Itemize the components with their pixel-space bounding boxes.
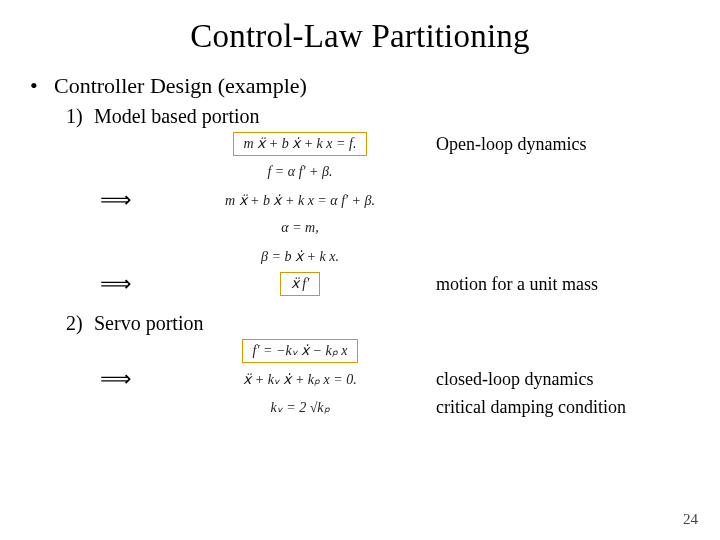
equation-alpha: α = m, bbox=[281, 220, 318, 236]
label-critical-damping: critical damping condition bbox=[430, 397, 690, 418]
equation-substituted: m ẍ + b ẋ + k x = α f′ + β. bbox=[225, 192, 375, 209]
section-model-based: 1) Model based portion bbox=[66, 105, 690, 128]
equation-beta: β = b ẋ + k x. bbox=[261, 248, 339, 265]
label-unit-mass: motion for a unit mass bbox=[430, 274, 690, 295]
section-number: 2) bbox=[66, 312, 94, 335]
eq-row-7: f′ = −kᵥ ẋ − kₚ x bbox=[30, 339, 690, 363]
eq-row-8: ⟹ ẍ + kᵥ ẋ + kₚ x = 0. closed-loop dynam… bbox=[30, 367, 690, 391]
eq-row-5: β = b ẋ + k x. bbox=[30, 244, 690, 268]
section-servo: 2) Servo portion bbox=[66, 312, 690, 335]
section-number: 1) bbox=[66, 105, 94, 128]
eq-row-3: ⟹ m ẍ + b ẋ + k x = α f′ + β. bbox=[30, 188, 690, 212]
page-title: Control-Law Partitioning bbox=[30, 18, 690, 55]
arrow-icon: ⟹ bbox=[100, 273, 130, 295]
equation-critical-damping: kᵥ = 2 √kₚ bbox=[270, 399, 329, 416]
label-open-loop: Open-loop dynamics bbox=[430, 134, 690, 155]
eq-row-9: kᵥ = 2 √kₚ critical damping condition bbox=[30, 395, 690, 419]
eq-row-6: ⟹ ẍ f′ motion for a unit mass bbox=[30, 272, 690, 296]
eq-row-2: f = α f′ + β. bbox=[30, 160, 690, 184]
arrow-icon: ⟹ bbox=[100, 368, 130, 390]
equation-closed-loop: ẍ + kᵥ ẋ + kₚ x = 0. bbox=[243, 371, 356, 388]
equation-open-loop: m ẍ + b ẋ + k x = f. bbox=[233, 132, 368, 156]
bullet-controller-design: • Controller Design (example) bbox=[30, 73, 690, 99]
bullet-dot: • bbox=[30, 73, 54, 99]
section-label: Model based portion bbox=[94, 105, 260, 128]
equation-control-law: f = α f′ + β. bbox=[267, 164, 332, 180]
slide: Control-Law Partitioning • Controller De… bbox=[0, 0, 720, 540]
eq-row-4: α = m, bbox=[30, 216, 690, 240]
equation-servo-law: f′ = −kᵥ ẋ − kₚ x bbox=[242, 339, 359, 363]
arrow-icon: ⟹ bbox=[100, 189, 130, 211]
section-label: Servo portion bbox=[94, 312, 203, 335]
equation-unit-mass: ẍ f′ bbox=[280, 272, 320, 296]
bullet-text: Controller Design (example) bbox=[54, 73, 307, 99]
label-closed-loop: closed-loop dynamics bbox=[430, 369, 690, 390]
page-number: 24 bbox=[683, 511, 698, 528]
eq-row-1: m ẍ + b ẋ + k x = f. Open-loop dynamics bbox=[30, 132, 690, 156]
